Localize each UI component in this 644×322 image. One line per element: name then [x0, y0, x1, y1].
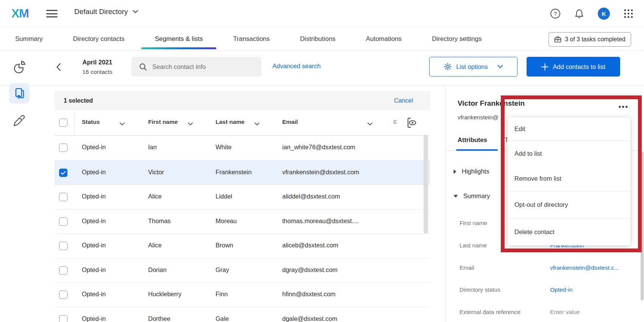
cell-email: aliddel@dsxtest.com	[282, 193, 340, 200]
cell-first-name: Thomas	[148, 217, 171, 225]
segments-pie-chart-icon[interactable]	[12, 60, 27, 76]
table-row[interactable]: Opted-in Dorthee Gale dgale@dsxtest.com	[55, 307, 430, 322]
field-value-directory-status[interactable]: Opted-in	[550, 286, 572, 293]
menu-item-edit[interactable]: Edit	[508, 117, 630, 141]
section-highlights-label: Highlights	[462, 168, 489, 175]
cell-status: Opted-in	[82, 242, 106, 249]
hamburger-menu-icon[interactable]	[46, 9, 58, 18]
eyedropper-icon[interactable]	[13, 114, 26, 129]
xm-directory-app: XM Default Directory ? K	[0, 0, 644, 322]
row-checkbox[interactable]	[59, 266, 67, 275]
row-checkbox[interactable]	[59, 242, 67, 250]
cell-last-name: Liddel	[216, 193, 232, 200]
section-summary[interactable]: Summary	[453, 192, 490, 200]
table-row[interactable]: Opted-in Alice Brown aliceb@dsxtest.com	[55, 233, 430, 258]
contact-name-title: Victor Frankenstein	[458, 99, 525, 108]
tab-segments-and-lists[interactable]: Segments & lists	[153, 28, 205, 50]
first-name-sort-chevron-icon[interactable]	[188, 120, 193, 127]
topbar-actions: ? K	[550, 0, 633, 27]
help-icon[interactable]: ?	[550, 8, 561, 19]
tab-distributions[interactable]: Distributions	[299, 28, 337, 50]
back-button[interactable]	[56, 63, 61, 73]
status-sort-chevron-icon[interactable]	[120, 120, 125, 127]
add-contacts-to-list-button[interactable]: Add contacts to list	[527, 57, 620, 77]
cell-last-name: Gray	[216, 266, 229, 274]
column-divider	[74, 110, 75, 136]
notifications-bell-icon[interactable]	[574, 8, 584, 19]
select-all-checkbox[interactable]	[59, 119, 67, 127]
table-row[interactable]: Opted-in Dorian Gray dgray@dsxtest.com	[55, 258, 430, 283]
last-name-sort-chevron-icon[interactable]	[255, 120, 259, 127]
row-checkbox[interactable]	[59, 315, 67, 322]
list-options-button[interactable]: List options	[429, 57, 517, 77]
field-label-first-name: First name	[460, 220, 487, 227]
column-header-email[interactable]: Email	[282, 119, 298, 125]
lists-nav-item-active[interactable]	[9, 83, 30, 103]
table-row[interactable]: Opted-in Huckleberry Finn hfinn@dsxtest.…	[55, 282, 430, 307]
selection-count: 1 selected	[64, 97, 93, 104]
table-row-selected[interactable]: Opted-in Victor Frankenstein vfrankenste…	[55, 160, 430, 185]
cell-first-name: Dorthee	[148, 315, 170, 322]
cell-email: ian_white76@dsxtest.com	[282, 144, 355, 151]
contact-more-options-button[interactable]	[617, 102, 630, 111]
row-checkbox[interactable]	[59, 291, 67, 299]
column-header-status[interactable]: Status	[82, 119, 100, 125]
cancel-selection-link[interactable]: Cancel	[394, 97, 413, 104]
cell-last-name: Moreau	[216, 217, 237, 225]
tab-directory-settings[interactable]: Directory settings	[430, 28, 483, 50]
cell-first-name: Ian	[148, 144, 157, 151]
svg-text:?: ?	[554, 11, 557, 17]
tab-automations[interactable]: Automations	[364, 28, 403, 50]
table-row[interactable]: Opted-in Thomas Moreau thomas.moreau@dsx…	[55, 209, 430, 234]
row-checkbox[interactable]	[59, 217, 67, 226]
row-checkbox[interactable]	[59, 144, 67, 152]
briefcase-icon	[554, 36, 561, 43]
menu-item-delete-contact[interactable]: Delete contact	[508, 219, 630, 245]
cell-first-name: Victor	[148, 169, 164, 176]
field-value-external-data-reference[interactable]: Enter value	[550, 309, 580, 316]
cell-email: dgale@dsxtest.com	[282, 315, 337, 322]
tasks-completed-badge[interactable]: 3 of 3 tasks completed	[549, 32, 631, 47]
menu-item-add-to-list[interactable]: Add to list	[508, 141, 630, 166]
cell-status: Opted-in	[82, 144, 106, 151]
tab-attributes[interactable]: Attributes	[458, 136, 487, 144]
tab-summary[interactable]: Summary	[14, 28, 44, 50]
row-checkbox[interactable]	[59, 193, 67, 201]
table-scrollbar-thumb[interactable]	[424, 134, 428, 234]
panel-scrollbar-thumb[interactable]	[641, 152, 644, 300]
table-row[interactable]: Opted-in Alice Liddel aliddel@dsxtest.co…	[55, 184, 430, 209]
cell-last-name: Brown	[216, 242, 233, 249]
table-header-row: Status First name Last name Email E	[55, 110, 430, 136]
advanced-search-link[interactable]: Advanced search	[272, 63, 321, 70]
section-highlights[interactable]: Highlights	[453, 168, 489, 175]
row-checkbox-checked[interactable]	[59, 169, 67, 177]
list-name: April 2021	[75, 57, 120, 67]
field-label-last-name: Last name	[460, 242, 487, 249]
user-avatar[interactable]: K	[598, 8, 610, 20]
cell-status: Opted-in	[82, 169, 106, 176]
menu-item-remove-from-list[interactable]: Remove from list	[508, 166, 630, 191]
xm-logo[interactable]: XM	[11, 6, 29, 20]
field-value-email[interactable]: vfrankenstein@dsxtest.c...	[550, 264, 619, 271]
column-preview-eye-icon[interactable]	[406, 117, 417, 130]
lists-notebook-icon	[13, 87, 26, 100]
field-label-directory-status: Directory status	[460, 286, 500, 293]
column-header-last-name[interactable]: Last name	[216, 119, 245, 125]
gear-icon	[444, 63, 452, 71]
tab-directory-contacts[interactable]: Directory contacts	[72, 28, 126, 50]
cell-status: Opted-in	[82, 193, 106, 200]
directory-switcher[interactable]: Default Directory	[74, 8, 138, 16]
search-box	[131, 57, 261, 77]
search-input[interactable]	[152, 63, 247, 70]
table-row[interactable]: Opted-in Ian White ian_white76@dsxtest.c…	[55, 136, 430, 160]
menu-item-opt-out-of-directory[interactable]: Opt-out of directory	[508, 191, 630, 219]
list-options-label: List options	[456, 63, 488, 70]
app-grid-icon[interactable]	[624, 9, 633, 19]
cell-email: vfrankenstein@dsxtest.com	[282, 169, 359, 176]
tab-transactions[interactable]: Transactions	[231, 28, 271, 50]
column-header-first-name[interactable]: First name	[148, 119, 178, 125]
list-toolbar: April 2021 16 contacts Advanced search L…	[0, 51, 644, 86]
cell-first-name: Alice	[148, 193, 162, 200]
check-icon	[61, 171, 66, 175]
email-sort-chevron-icon[interactable]	[367, 120, 372, 127]
